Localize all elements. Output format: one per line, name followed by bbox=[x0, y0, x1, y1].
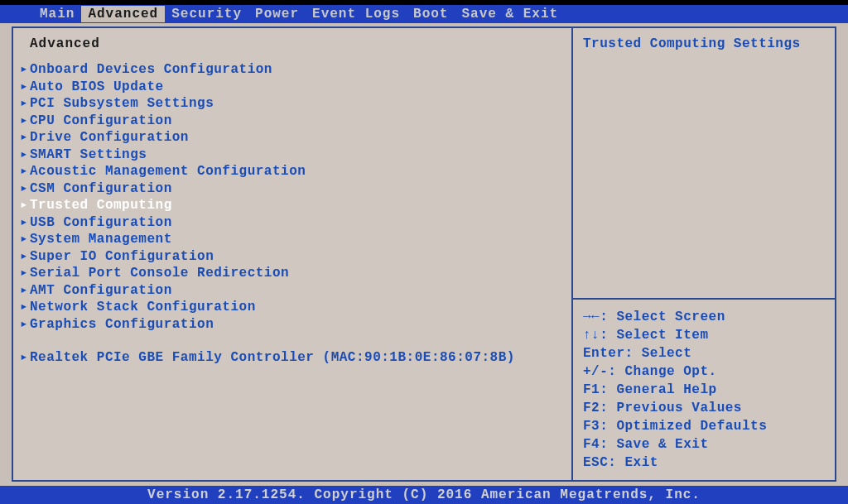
triangle-right-icon: ▸ bbox=[18, 95, 30, 113]
triangle-right-icon: ▸ bbox=[18, 197, 30, 214]
triangle-right-icon: ▸ bbox=[18, 299, 30, 316]
menu-label: Realtek PCIe GBE Family Controller (MAC:… bbox=[30, 349, 515, 367]
tab-event-logs[interactable]: Event Logs bbox=[306, 6, 407, 22]
menu-auto-bios-update[interactable]: ▸ Auto BIOS Update bbox=[18, 79, 566, 96]
menu-network-stack[interactable]: ▸ Network Stack Configuration bbox=[18, 299, 566, 316]
menu-usb-config[interactable]: ▸ USB Configuration bbox=[18, 214, 566, 232]
menu-drive-config[interactable]: ▸ Drive Configuration bbox=[18, 129, 566, 146]
menu-label: Drive Configuration bbox=[30, 129, 189, 146]
help-title: Trusted Computing Settings bbox=[573, 28, 835, 55]
help-select-screen: →←: Select Screen bbox=[583, 308, 826, 326]
menu-label: Trusted Computing bbox=[30, 197, 172, 214]
keyboard-help: →←: Select Screen ↑↓: Select Item Enter:… bbox=[573, 300, 835, 480]
help-f4: F4: Save & Exit bbox=[583, 435, 826, 454]
menu-label: Serial Port Console Redirection bbox=[30, 265, 289, 282]
tab-save-exit[interactable]: Save & Exit bbox=[455, 6, 565, 22]
menu-label: Network Stack Configuration bbox=[30, 299, 256, 316]
panel-title: Advanced bbox=[18, 36, 566, 61]
triangle-right-icon: ▸ bbox=[18, 214, 30, 232]
triangle-right-icon: ▸ bbox=[18, 349, 30, 367]
menu-onboard-devices[interactable]: ▸ Onboard Devices Configuration bbox=[18, 61, 566, 79]
help-change-opt: +/-: Change Opt. bbox=[583, 362, 826, 381]
triangle-right-icon: ▸ bbox=[18, 61, 30, 79]
tab-advanced[interactable]: Advanced bbox=[81, 6, 165, 22]
menu-label: SMART Settings bbox=[30, 146, 147, 164]
triangle-right-icon: ▸ bbox=[18, 163, 30, 180]
menu-label: CPU Configuration bbox=[30, 113, 172, 130]
help-enter: Enter: Select bbox=[583, 344, 826, 362]
menu-pci-subsystem[interactable]: ▸ PCI Subsystem Settings bbox=[18, 95, 566, 113]
triangle-right-icon: ▸ bbox=[18, 129, 30, 146]
menu-cpu-config[interactable]: ▸ CPU Configuration bbox=[18, 113, 566, 130]
menu-label: Auto BIOS Update bbox=[30, 79, 164, 96]
menu-trusted-computing[interactable]: ▸ Trusted Computing bbox=[18, 197, 566, 214]
menu-label: Acoustic Management Configuration bbox=[30, 163, 306, 180]
triangle-right-icon: ▸ bbox=[18, 113, 30, 130]
menu-serial-port[interactable]: ▸ Serial Port Console Redirection bbox=[18, 265, 566, 282]
menu-smart-settings[interactable]: ▸ SMART Settings bbox=[18, 146, 566, 164]
menu-realtek-gbe[interactable]: ▸ Realtek PCIe GBE Family Controller (MA… bbox=[18, 349, 566, 367]
triangle-right-icon: ▸ bbox=[18, 180, 30, 198]
menu-graphics-config[interactable]: ▸ Graphics Configuration bbox=[18, 316, 566, 334]
menu-label: USB Configuration bbox=[30, 214, 172, 232]
tab-power[interactable]: Power bbox=[248, 6, 306, 22]
menu-amt-config[interactable]: ▸ AMT Configuration bbox=[18, 282, 566, 300]
triangle-right-icon: ▸ bbox=[18, 316, 30, 334]
bios-footer: Version 2.17.1254. Copyright (C) 2016 Am… bbox=[0, 486, 848, 504]
menu-acoustic-mgmt[interactable]: ▸ Acoustic Management Configuration bbox=[18, 163, 566, 180]
menu-label: PCI Subsystem Settings bbox=[30, 95, 214, 113]
menu-label: Graphics Configuration bbox=[30, 316, 214, 334]
tab-main[interactable]: Main bbox=[33, 6, 81, 22]
menu-label: Onboard Devices Configuration bbox=[30, 61, 272, 79]
triangle-right-icon: ▸ bbox=[18, 265, 30, 282]
help-esc: ESC: Exit bbox=[583, 454, 826, 472]
bios-tab-bar: Main Advanced Security Power Event Logs … bbox=[0, 5, 848, 23]
help-panel: Trusted Computing Settings →←: Select Sc… bbox=[571, 26, 836, 482]
tab-boot[interactable]: Boot bbox=[407, 6, 455, 22]
menu-csm-config[interactable]: ▸ CSM Configuration bbox=[18, 180, 566, 198]
menu-label: CSM Configuration bbox=[30, 180, 172, 198]
triangle-right-icon: ▸ bbox=[18, 79, 30, 96]
menu-super-io[interactable]: ▸ Super IO Configuration bbox=[18, 248, 566, 266]
help-f1: F1: General Help bbox=[583, 381, 826, 399]
tab-security[interactable]: Security bbox=[165, 6, 248, 22]
triangle-right-icon: ▸ bbox=[18, 231, 30, 248]
triangle-right-icon: ▸ bbox=[18, 248, 30, 266]
triangle-right-icon: ▸ bbox=[18, 146, 30, 164]
menu-label: AMT Configuration bbox=[30, 282, 172, 300]
triangle-right-icon: ▸ bbox=[18, 282, 30, 300]
advanced-menu-panel: Advanced ▸ Onboard Devices Configuration… bbox=[12, 26, 571, 482]
menu-system-mgmt[interactable]: ▸ System Management bbox=[18, 231, 566, 248]
help-select-item: ↑↓: Select Item bbox=[583, 326, 826, 344]
menu-label: Super IO Configuration bbox=[30, 248, 214, 266]
help-f2: F2: Previous Values bbox=[583, 399, 826, 417]
help-f3: F3: Optimized Defaults bbox=[583, 417, 826, 435]
menu-label: System Management bbox=[30, 231, 172, 248]
